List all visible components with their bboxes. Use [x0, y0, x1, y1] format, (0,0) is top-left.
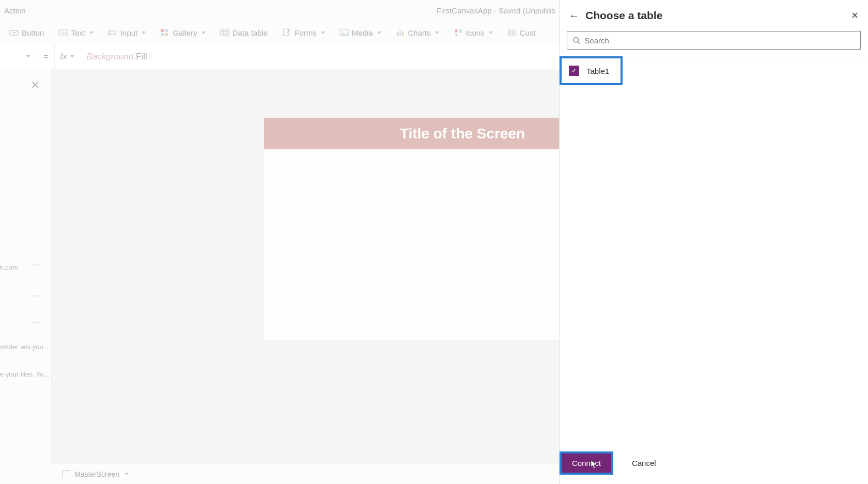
table-name-label: Table1: [586, 67, 609, 75]
svg-line-27: [578, 42, 580, 44]
forms-icon: [282, 28, 291, 37]
more-icon[interactable]: ⋯: [32, 290, 41, 301]
svg-rect-10: [221, 29, 229, 36]
toolbar-icons-label: Icons: [466, 28, 485, 37]
svg-rect-19: [402, 32, 404, 36]
more-icon[interactable]: ⋯: [32, 316, 41, 327]
svg-rect-9: [165, 33, 168, 36]
toolbar-text[interactable]: Abc Text: [51, 21, 101, 44]
chevron-down-icon: [70, 55, 74, 58]
left-panel: ✕ k.com ⋯ ⋯ ⋯ ovider lets you ... e your…: [0, 69, 52, 463]
toolbar-button[interactable]: Button: [2, 21, 51, 44]
toolbar-gallery[interactable]: Gallery: [153, 21, 213, 44]
back-arrow-icon[interactable]: ←: [569, 10, 579, 22]
chevron-down-icon: [489, 32, 493, 34]
toolbar-forms-label: Forms: [295, 28, 317, 37]
toolbar-custom[interactable]: Cust: [500, 21, 543, 44]
toolbar-charts-label: Charts: [408, 28, 431, 37]
chevron-down-icon: [377, 32, 381, 34]
chevron-down-icon: [89, 32, 94, 34]
svg-rect-25: [513, 33, 515, 36]
chevron-down-icon: [435, 32, 439, 34]
svg-rect-18: [399, 30, 401, 36]
chevron-down-icon: [26, 55, 30, 58]
toolbar-media[interactable]: Media: [332, 21, 389, 44]
chevron-down-icon: [321, 32, 325, 34]
panel-title: Choose a table: [585, 9, 662, 22]
formula-input[interactable]: Background.Fill: [80, 51, 147, 62]
formula-property: .Fill: [133, 52, 147, 61]
svg-rect-6: [161, 29, 164, 32]
svg-point-26: [574, 37, 579, 42]
search-box[interactable]: [567, 31, 861, 50]
svg-rect-8: [161, 33, 164, 36]
svg-rect-4: [109, 31, 116, 35]
property-dropdown[interactable]: [0, 44, 37, 69]
toolbar-icons[interactable]: Icons: [446, 21, 500, 44]
toolbar-custom-label: Cust: [520, 28, 536, 37]
choose-table-panel: ← Choose a table ✕ ✓ Table1 Connect Canc…: [559, 0, 868, 484]
close-icon[interactable]: ✕: [30, 79, 40, 92]
svg-point-16: [342, 31, 343, 33]
chevron-down-icon: [125, 473, 129, 475]
chevron-down-icon: [142, 32, 146, 34]
toolbar-text-label: Text: [71, 28, 85, 37]
search-input[interactable]: [584, 36, 855, 45]
sidebar-text: k.com: [0, 263, 18, 271]
app-title: FirstCanvasApp - Saved (Unpublis: [437, 6, 555, 15]
svg-rect-17: [397, 33, 398, 36]
media-icon: [339, 28, 349, 37]
cancel-button[interactable]: Cancel: [624, 454, 664, 473]
screen-selector[interactable]: MasterScreen: [62, 470, 129, 478]
checkbox-checked-icon[interactable]: ✓: [569, 66, 579, 76]
svg-rect-21: [459, 29, 462, 33]
svg-rect-24: [508, 33, 511, 36]
fx-button[interactable]: fx: [54, 44, 79, 69]
svg-rect-22: [508, 29, 511, 32]
svg-text:Abc: Abc: [61, 31, 68, 35]
checkbox-icon[interactable]: [62, 470, 70, 478]
toolbar-button-label: Button: [22, 28, 44, 37]
close-icon[interactable]: ✕: [851, 10, 859, 21]
svg-rect-7: [165, 29, 168, 32]
screen-name-label: MasterScreen: [74, 470, 119, 478]
sidebar-text: ovider lets you ...: [0, 343, 51, 351]
svg-rect-23: [513, 29, 515, 32]
toolbar-input[interactable]: Input: [101, 21, 153, 44]
fx-label: fx: [60, 52, 67, 62]
formula-object: Background: [87, 52, 134, 61]
text-icon: Abc: [58, 28, 68, 37]
search-icon: [572, 36, 580, 44]
button-icon: [9, 28, 19, 37]
toolbar-datatable-label: Data table: [233, 28, 268, 37]
gallery-icon: [160, 28, 169, 37]
toolbar-gallery-label: Gallery: [173, 28, 197, 37]
tab-action[interactable]: Action: [4, 6, 26, 15]
connect-button[interactable]: Connect: [560, 451, 613, 475]
icons-icon: [454, 28, 463, 37]
charts-icon: [396, 28, 405, 37]
toolbar-forms[interactable]: Forms: [275, 21, 332, 44]
equals-sign: =: [37, 52, 54, 61]
toolbar-charts[interactable]: Charts: [389, 21, 446, 44]
chevron-down-icon: [202, 32, 206, 34]
svg-point-20: [455, 29, 458, 33]
toolbar-media-label: Media: [352, 28, 373, 37]
datatable-icon: [220, 28, 229, 37]
table-item-table1[interactable]: ✓ Table1: [560, 56, 623, 85]
input-icon: [108, 28, 117, 37]
more-icon[interactable]: ⋯: [32, 259, 41, 270]
toolbar-input-label: Input: [120, 28, 137, 37]
toolbar-datatable[interactable]: Data table: [213, 21, 275, 44]
custom-icon: [507, 28, 517, 37]
sidebar-text: e your files. Yo...: [0, 370, 49, 378]
